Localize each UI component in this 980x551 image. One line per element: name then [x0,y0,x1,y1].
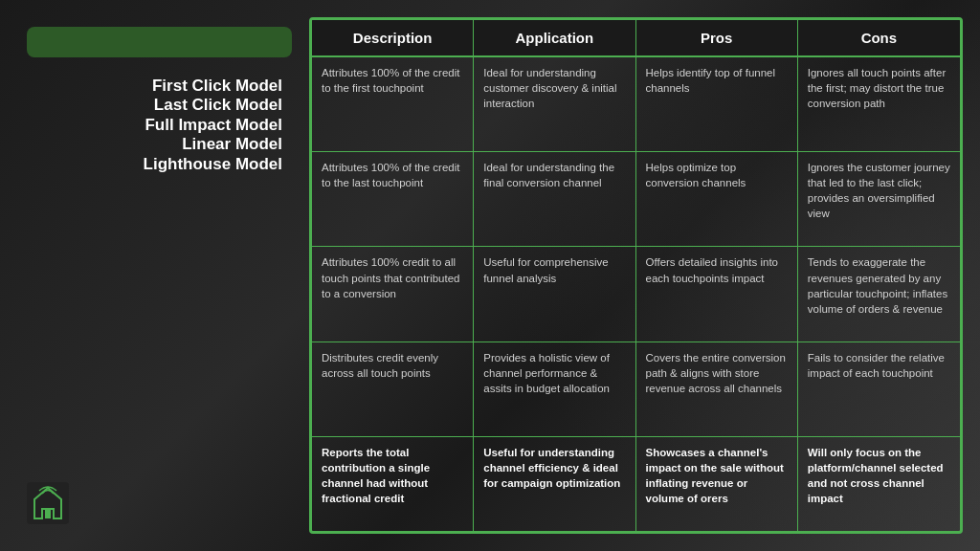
svg-rect-2 [45,509,51,518]
cell-last-click-0: Attributes 100% of the credit to the las… [312,152,474,246]
table-row-full-impact: Attributes 100% credit to all touch poin… [312,247,960,342]
cell-first-click-3: Ignores all touch points after the first… [798,57,960,151]
col-header-cons: Cons [798,20,960,55]
table-body: Attributes 100% of the credit to the fir… [312,57,960,531]
model-labels-list: First Click ModelLast Click ModelFull Im… [27,77,292,174]
cell-linear-2: Covers the entire conversion path & alig… [636,342,798,436]
cell-last-click-3: Ignores the customer journey that led to… [798,152,960,246]
table-header: DescriptionApplicationProsCons [312,20,960,57]
cell-last-click-1: Ideal for understanding the final conver… [474,152,635,246]
model-label-full-impact: Full Impact Model [36,116,292,135]
cell-lighthouse-0: Reports the total contribution a single … [312,437,474,531]
table-row-first-click: Attributes 100% of the credit to the fir… [312,57,960,152]
cell-lighthouse-2: Showcases a channel's impact on the sale… [636,437,798,531]
table-row-lighthouse: Reports the total contribution a single … [312,437,960,531]
cell-full-impact-1: Useful for comprehensive funnel analysis [474,247,635,341]
col-header-application: Application [474,20,635,55]
cell-linear-0: Distributes credit evenly across all tou… [312,342,474,436]
title-block [27,27,292,57]
col-header-description: Description [312,20,474,55]
model-label-last-click: Last Click Model [36,96,292,115]
cell-first-click-0: Attributes 100% of the credit to the fir… [312,57,474,151]
model-label-lighthouse: Lighthouse Model [36,155,292,174]
table-row-linear: Distributes credit evenly across all tou… [312,342,960,437]
cell-full-impact-2: Offers detailed insights into each touch… [636,247,798,341]
logo-icon [27,482,69,524]
cell-first-click-1: Ideal for understanding customer discove… [474,57,635,151]
model-label-linear: Linear Model [36,135,292,154]
cell-last-click-2: Helps optimize top conversion channels [636,152,798,246]
attribution-table: DescriptionApplicationProsCons Attribute… [309,17,963,534]
cell-full-impact-0: Attributes 100% credit to all touch poin… [312,247,474,341]
cell-lighthouse-1: Useful for understanding channel efficie… [474,437,635,531]
cell-lighthouse-3: Will only focus on the platform/channel … [798,437,960,531]
col-header-pros: Pros [636,20,798,55]
model-label-first-click: First Click Model [36,77,292,96]
page-wrapper: First Click ModelLast Click ModelFull Im… [0,0,980,551]
cell-linear-3: Fails to consider the relative impact of… [798,342,960,436]
logo-area [27,482,292,524]
cell-linear-1: Provides a holistic view of channel perf… [474,342,635,436]
cell-full-impact-3: Tends to exaggerate the revenues generat… [798,247,960,341]
table-row-last-click: Attributes 100% of the credit to the las… [312,152,960,247]
sidebar: First Click ModelLast Click ModelFull Im… [17,17,309,534]
cell-first-click-2: Helps identify top of funnel channels [636,57,798,151]
